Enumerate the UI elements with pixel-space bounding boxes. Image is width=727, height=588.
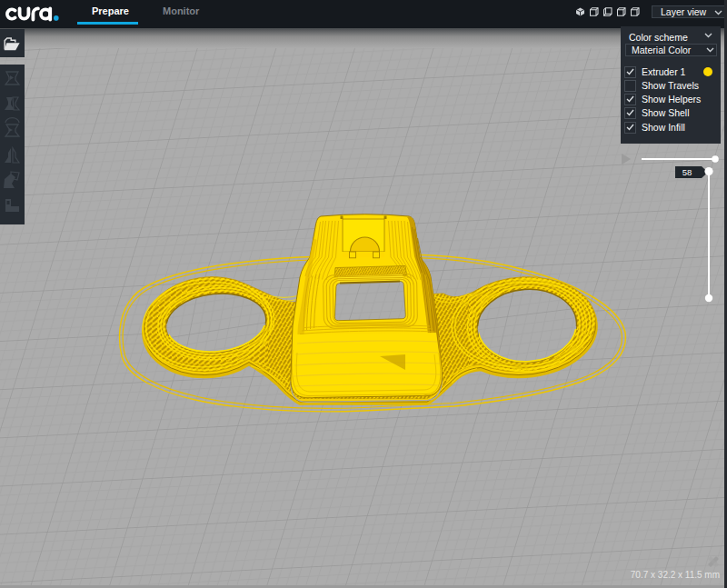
svg-text:58: 58 [682, 167, 692, 177]
